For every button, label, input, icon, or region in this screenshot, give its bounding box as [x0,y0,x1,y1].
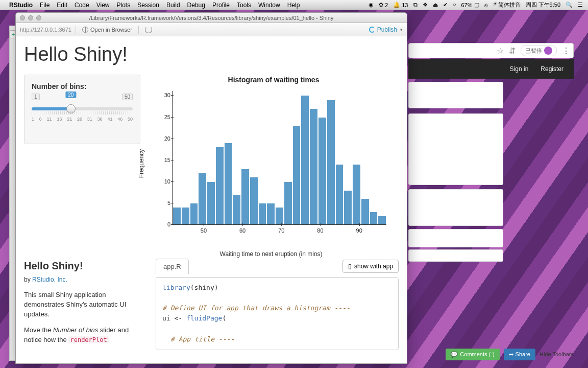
wechat-icon[interactable]: ✿ 2 [379,2,388,8]
tray-icon[interactable]: ⏏ [433,2,438,8]
arrows-icon[interactable]: ⇵ [509,46,516,56]
menu-profile[interactable]: Profile [212,2,230,9]
menu-help[interactable]: Help [287,2,300,9]
chevron-down-icon: ▾ [400,27,403,32]
notif-icon[interactable]: 🔔13 [393,2,408,8]
menu-window[interactable]: Window [258,2,280,9]
open-in-browser-button[interactable]: Open in Browser [80,26,134,34]
code-tab[interactable]: app.R [156,259,189,274]
menu-build[interactable]: Build [166,2,180,9]
description-column: Hello Shiny! by RStudio, Inc. This small… [24,259,146,350]
about-heading: Hello Shiny! [24,259,146,273]
window-title: /Library/Frameworks/R.framework/Versions… [16,15,407,21]
hide-toolbars-button[interactable]: Hide Toolbars [540,351,574,357]
avatar [544,47,552,55]
code-viewer: library(shiny) # Define UI for app that … [156,277,399,350]
menu-icon[interactable]: ☰ [578,2,583,8]
bg-panel [408,249,503,262]
paused-badge[interactable]: 已暂停 [521,45,557,56]
bg-panel [408,82,503,108]
refresh-icon [145,26,152,33]
menu-session[interactable]: Session [137,2,159,9]
slider-track[interactable] [32,107,133,110]
menu-plots[interactable]: Plots [117,2,131,9]
code-column: app.R ▯show with app library(shiny) # De… [156,259,399,350]
shiny-viewer-window: /Library/Frameworks/R.framework/Versions… [15,12,407,364]
share-button[interactable]: ➦ Share [504,349,535,360]
histogram-chart: Frequency 0510152025305060708090 Waiting… [154,87,388,240]
about-p2: Move the Number of bins slider and notic… [24,326,146,345]
close-icon[interactable] [20,15,25,20]
chart-title: Histogram of waiting times [149,76,399,84]
bg-panel [408,229,503,247]
slider-max: 50 [122,94,133,100]
menu-tools[interactable]: Tools [237,2,251,9]
chart-xlabel: Waiting time to next eruption (in mins) [154,250,388,258]
site-navbar: Sign in Register [408,59,574,79]
zoom-icon[interactable] [36,15,41,20]
spotlight-icon[interactable]: 🔍 [566,2,573,8]
sidebar-panel: Number of bins: 1 50 20 1611162126313641… [24,75,140,144]
signin-link[interactable]: Sign in [505,63,534,75]
publish-button[interactable]: Publish▾ [369,26,403,33]
page-title: Hello Shiny! [24,43,399,65]
main-panel: Histogram of waiting times Frequency 051… [149,75,399,240]
kebab-icon[interactable]: ⋮ [562,46,570,56]
menu-debug[interactable]: Debug [187,2,205,9]
viewer-toolbar: http://127.0.0.1:3671 Open in Browser Pu… [16,23,407,36]
slider-ticks: 16111621263136414650 [32,117,133,122]
bottom-actions: 💬 Comments (-) ➦ Share Hide Toolbars [408,348,574,361]
app-body: Hello Shiny! Number of bins: 1 50 20 161… [16,36,407,363]
menu-edit[interactable]: Edit [57,2,67,9]
star-icon[interactable]: ☆ [497,46,504,56]
tray-icon[interactable]: ❖ [423,2,428,8]
menubar-app[interactable]: RStudio [9,2,33,9]
show-with-app-button[interactable]: ▯show with app [342,260,399,273]
minimize-icon[interactable] [28,15,33,20]
window-titlebar[interactable]: /Library/Frameworks/R.framework/Versions… [16,13,407,23]
tray-icon[interactable]: ✔ [443,2,448,8]
bg-panel [408,113,503,185]
ime-label[interactable]: 𝄢 简体拼音 [493,1,521,9]
bins-slider[interactable]: 1 50 20 16111621263136414650 [32,94,133,124]
menu-file[interactable]: File [40,2,50,9]
globe-icon [82,27,88,33]
register-link[interactable]: Register [535,63,569,75]
battery-icon[interactable]: 67% ▢ [461,2,479,8]
slider-label: Number of bins: [32,82,133,90]
browser-toolbar: ☆ ⇵ 已暂停 ⋮ [408,43,574,58]
mac-menubar: RStudio File Edit Code View Plots Sessio… [0,0,588,10]
slider-min: 1 [32,94,40,100]
tray-icon[interactable]: ⧉ [413,2,418,8]
clock[interactable]: 周四 下午9:50 [526,1,560,9]
rstudio-link[interactable]: RStudio, Inc. [32,276,67,283]
phone-icon: ▯ [348,263,352,270]
url-field[interactable]: http://127.0.0.1:3671 [20,27,71,33]
refresh-button[interactable] [143,25,154,34]
status-icon[interactable]: ◉ [369,2,374,8]
slider-value-bubble: 20 [65,91,76,98]
comments-button[interactable]: 💬 Comments (-) [446,349,499,360]
publish-icon [369,27,375,33]
chart-ylabel: Frequency [138,149,145,178]
menu-view[interactable]: View [96,2,110,9]
bg-panel [408,189,503,226]
wifi-icon[interactable]: ⌔ [453,2,456,8]
menu-code[interactable]: Code [75,2,89,9]
about-p1: This small Shiny application demonstrate… [24,290,146,319]
tray-icon[interactable]: ⎋ [484,2,488,8]
